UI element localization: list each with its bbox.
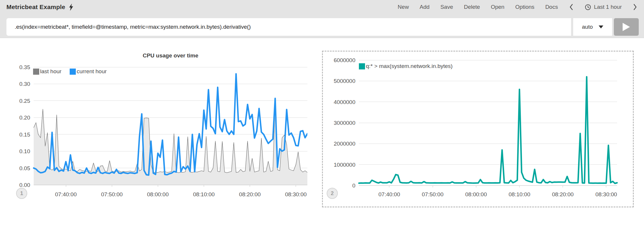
svg-text:07:40:00: 07:40:00 [55,191,77,197]
svg-text:0.05: 0.05 [19,165,30,171]
top-bar: Metricbeat Example New Add Save Delete O… [0,0,644,38]
svg-text:08:10:00: 08:10:00 [193,191,215,197]
nav-docs[interactable]: Docs [545,4,558,10]
time-picker-label: Last 1 hour [594,4,622,10]
toolbar-nav: New Add Save Delete Open Options Docs La… [398,4,638,11]
nav-options[interactable]: Options [515,4,534,10]
svg-text:0.35: 0.35 [19,64,30,70]
nav-open[interactable]: Open [491,4,504,10]
lightning-bolt-icon [69,4,73,11]
svg-text:08:10:00: 08:10:00 [508,191,530,197]
svg-text:08:30:00: 08:30:00 [285,191,307,197]
svg-text:0.00: 0.00 [19,182,30,188]
svg-text:4000000: 4000000 [334,99,355,105]
caret-down-icon [599,25,603,28]
svg-text:0.15: 0.15 [19,132,30,138]
timelion-expression-input[interactable] [6,18,571,36]
time-picker[interactable]: Last 1 hour [585,4,622,11]
query-bar: auto [6,18,639,36]
nav-save[interactable]: Save [440,4,453,10]
chart-panel-1[interactable]: CPU usage over time last hour current ho… [12,51,307,207]
svg-text:0: 0 [352,183,355,189]
network-bytes-chart: 0100000020000003000000400000050000006000… [323,52,633,207]
svg-text:3000000: 3000000 [334,120,355,126]
svg-text:08:20:00: 08:20:00 [552,191,574,197]
svg-text:08:30:00: 08:30:00 [595,191,617,197]
panel-number-badge: 2 [327,188,338,199]
nav-new[interactable]: New [398,4,409,10]
chevron-left-icon[interactable] [569,4,574,10]
play-icon [622,23,630,31]
svg-text:6000000: 6000000 [334,57,355,63]
panel-number-badge: 1 [16,188,27,199]
svg-text:08:20:00: 08:20:00 [239,191,261,197]
svg-text:0.20: 0.20 [19,115,30,121]
svg-text:0.25: 0.25 [19,98,30,104]
title-bar: Metricbeat Example New Add Save Delete O… [0,0,644,14]
nav-add[interactable]: Add [420,4,430,10]
svg-text:07:50:00: 07:50:00 [101,191,123,197]
svg-text:0.10: 0.10 [19,148,30,154]
page-title: Metricbeat Example [6,4,65,11]
svg-text:2000000: 2000000 [334,141,355,147]
chart-panel-2-selected[interactable]: q:* > max(system.network.in.bytes) 01000… [322,51,634,207]
clock-icon [585,4,591,11]
nav-delete[interactable]: Delete [464,4,480,10]
svg-text:07:50:00: 07:50:00 [422,191,443,197]
chevron-right-icon[interactable] [633,4,638,10]
sheet-body: CPU usage over time last hour current ho… [0,38,644,247]
svg-text:1000000: 1000000 [334,162,355,168]
svg-text:5000000: 5000000 [334,78,355,84]
interval-value: auto [582,24,593,30]
svg-text:0.30: 0.30 [19,81,30,87]
svg-text:07:40:00: 07:40:00 [378,191,400,197]
play-button[interactable] [614,18,639,36]
interval-select[interactable]: auto [573,18,612,36]
svg-text:08:00:00: 08:00:00 [465,191,487,197]
cpu-usage-chart: 0.000.050.100.150.200.250.300.3507:40:00… [12,51,307,207]
svg-text:08:00:00: 08:00:00 [147,191,169,197]
